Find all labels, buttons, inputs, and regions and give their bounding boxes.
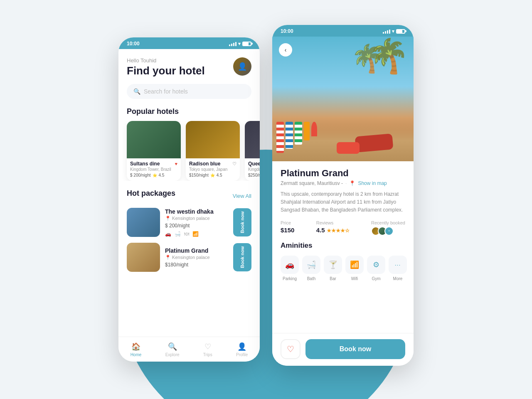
recently-booked-label: Recently booked	[371, 220, 405, 225]
reviews-stat: Reviews 4.5 ★★★★☆	[316, 220, 350, 236]
hotel-card-img-3	[245, 121, 260, 158]
amenity-parking: 🚗 Parking	[281, 256, 299, 281]
map-pin-icon: 📍	[349, 180, 355, 186]
booked-avatar-3: +	[384, 227, 394, 236]
hotel-card-price-1: $ 200/night ⭐ 4.5	[130, 173, 177, 177]
stars-2: ⭐	[210, 173, 215, 177]
bar-icon-box: 🍸	[324, 256, 342, 274]
search-placeholder: Search for hotels	[144, 88, 188, 95]
wifi-label: Wifi	[351, 276, 358, 281]
amenity-bath: 🛁 Bath	[302, 256, 320, 281]
trips-icon: ♡	[204, 342, 211, 351]
gym-label: Gym	[372, 276, 380, 281]
recently-booked-stat: Recently booked +	[371, 220, 405, 236]
food-icon: 🍽	[184, 231, 189, 237]
signal-icon-2	[383, 29, 390, 34]
package-info-2: Platinum Grand 📍 Kensington palace $180/…	[165, 247, 228, 268]
battery-icon-2	[396, 29, 405, 34]
location-pin-icon: 📍	[165, 216, 171, 221]
show-map-link[interactable]: Show in map	[358, 180, 387, 186]
hotel-stats: Price $150 Reviews 4.5 ★★★★☆ Recently bo…	[281, 220, 405, 236]
package-card-1[interactable]: The westin dhaka 📍 Kensington palace $ 2…	[127, 208, 251, 237]
package-loc-2: 📍 Kensington palace	[165, 255, 228, 260]
main-title: Find your hotel	[127, 64, 205, 77]
hotel-detail-location: Zermatt square, Mauritiusv - · 📍 Show in…	[281, 180, 405, 186]
package-name-1: The westin dhaka	[165, 208, 228, 215]
nav-profile-label: Profile	[236, 352, 248, 357]
hotel-card-price-3: $250/ni	[248, 173, 260, 177]
more-icon-box[interactable]: ···	[389, 256, 407, 274]
amenity-wifi: 📶 Wifi	[345, 256, 364, 281]
favorite-icon-2[interactable]: ♡	[232, 161, 236, 167]
phone-2: 10:00 ▾ 🌴 🌴	[272, 25, 414, 366]
back-button[interactable]: ‹	[279, 43, 292, 57]
greeting-text: Hello Touhid	[127, 57, 205, 64]
avatar[interactable]: 👤	[233, 57, 251, 76]
popular-hotels-title: Popular hotels	[127, 107, 251, 116]
popular-hotels-list: Sultans dine ♥ Kingdom Tower, Brazil $ 2…	[118, 121, 260, 181]
favorite-icon-1[interactable]: ♥	[175, 161, 177, 166]
price-value: $150	[281, 227, 294, 234]
package-name-2: Platinum Grand	[165, 247, 228, 254]
search-icon: 🔍	[133, 88, 140, 95]
price-label: Price	[281, 220, 294, 225]
gym-icon-box: ⚙	[367, 256, 385, 274]
hotel-card-info-1: Sultans dine ♥ Kingdom Tower, Brazil $ 2…	[127, 158, 181, 181]
signal-icon	[229, 41, 236, 46]
nav-home[interactable]: 🏠 Home	[131, 342, 142, 357]
nav-explore[interactable]: 🔍 Explore	[165, 342, 180, 357]
hotel-card-name-2: Radison blue ♡	[189, 161, 236, 167]
home-icon: 🏠	[131, 342, 140, 351]
explore-icon: 🔍	[168, 342, 177, 351]
hotel-card-name-3: Queen	[248, 161, 260, 167]
phones-container: 10:00 ▾ Hello Touhid Find your	[118, 25, 414, 366]
book-now-main-button[interactable]: Book now	[305, 339, 405, 359]
package-card-2[interactable]: Platinum Grand 📍 Kensington palace $180/…	[127, 243, 251, 272]
package-price-2: $180/night	[165, 262, 228, 268]
hot-packages-header: Hot packages View All	[127, 189, 251, 203]
parking-label: Parking	[283, 276, 297, 281]
battery-icon	[242, 42, 251, 46]
amenities-title: Aminities	[281, 241, 405, 250]
nav-home-label: Home	[131, 352, 142, 357]
booked-avatars: +	[371, 227, 405, 236]
package-img-1	[127, 208, 160, 237]
view-all-link[interactable]: View All	[233, 193, 251, 199]
nav-profile[interactable]: 👤 Profile	[236, 342, 248, 357]
wifi-amenity-icon: 📶	[192, 231, 199, 237]
package-loc-1: 📍 Kensington palace	[165, 216, 228, 221]
hotel-card-img-1	[127, 121, 181, 158]
popular-hotel-card-2[interactable]: Radison blue ♡ Tokyo square, Japan $150/…	[186, 121, 240, 181]
search-bar[interactable]: 🔍 Search for hotels	[127, 84, 251, 99]
hot-packages-title: Hot packages	[127, 189, 175, 198]
wishlist-button[interactable]: ♡	[281, 339, 300, 359]
hotel-card-info-2: Radison blue ♡ Tokyo square, Japan $150/…	[186, 158, 240, 181]
hotel-detail-name: Platinum Grand	[281, 168, 405, 179]
location-pin-icon-2: 📍	[165, 255, 171, 260]
hotel-card-loc-3: Kingdo...	[248, 167, 260, 172]
bottom-nav: 🏠 Home 🔍 Explore ♡ Trips 👤 Profile	[118, 337, 260, 359]
bar-label: Bar	[330, 276, 336, 281]
hotel-card-img-2	[186, 121, 240, 158]
package-amenities-1: 🚗 🛁 🍽 📶	[165, 231, 228, 237]
bottom-actions: ♡ Book now	[272, 333, 414, 366]
phone1-scroll: Hello Touhid Find your hotel 👤 🔍 Search …	[118, 49, 260, 334]
reviews-value: 4.5 ★★★★☆	[316, 227, 350, 234]
location-text: Zermatt square, Mauritiusv -	[281, 180, 343, 186]
book-now-btn-2[interactable]: Book now	[233, 243, 251, 271]
hotel-description: This upscale, contemporary hotel is 2 km…	[281, 190, 405, 214]
hotel-card-loc-1: Kingdom Tower, Brazil	[130, 167, 177, 172]
nav-trips[interactable]: ♡ Trips	[203, 342, 212, 357]
status-time-1: 10:00	[127, 41, 140, 47]
popular-hotel-card-3[interactable]: Queen Kingdo... $250/ni	[245, 121, 260, 181]
header-text: Hello Touhid Find your hotel	[127, 57, 205, 84]
amenity-more[interactable]: ··· More	[389, 256, 407, 281]
status-icons-1: ▾	[229, 41, 251, 47]
reviews-label: Reviews	[316, 220, 350, 225]
book-now-btn-1[interactable]: Book now	[233, 208, 251, 236]
amenities-grid: 🚗 Parking 🛁 Bath 🍸 Bar 📶 Wifi	[281, 256, 405, 281]
phone-1: 10:00 ▾ Hello Touhid Find your	[118, 37, 260, 362]
wifi-icon-2: ▾	[392, 29, 394, 34]
popular-hotel-card-1[interactable]: Sultans dine ♥ Kingdom Tower, Brazil $ 2…	[127, 121, 181, 181]
amenity-gym: ⚙ Gym	[367, 256, 385, 281]
